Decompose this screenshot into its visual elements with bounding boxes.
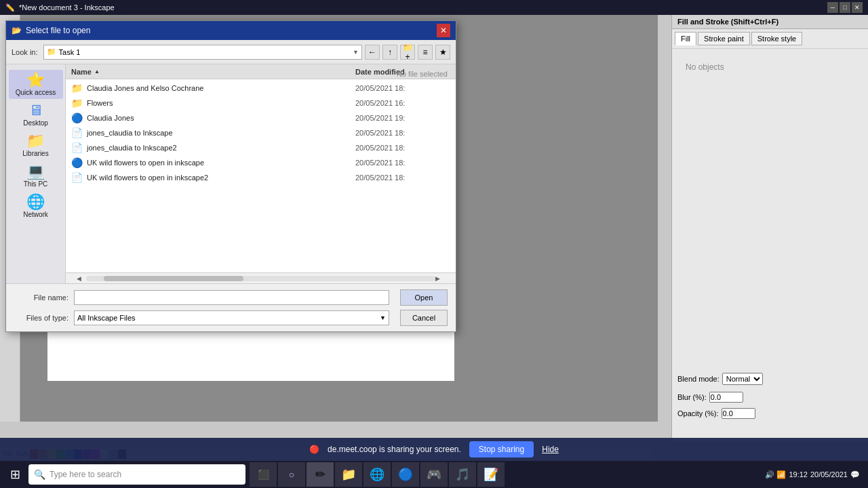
stop-sharing-button[interactable]: Stop sharing xyxy=(469,441,534,458)
system-tray-icons: 🔊 📶 xyxy=(765,470,786,479)
open-button[interactable]: Open xyxy=(400,289,448,306)
file-name-3: jones_claudia to Inkscape xyxy=(87,129,351,137)
taskbar-app6[interactable]: 🎵 xyxy=(449,462,476,487)
sidebar-label-network: Network xyxy=(23,211,48,218)
taskbar-edge[interactable]: 🔵 xyxy=(392,462,419,487)
file-item-0[interactable]: 📁 Claudia Jones and Kelso Cochrane 20/05… xyxy=(66,81,456,96)
filename-row: File name: Open xyxy=(14,289,448,306)
sidebar-item-quick-access[interactable]: ⭐ Quick access xyxy=(9,70,63,99)
dialog-icon: 📂 xyxy=(12,26,22,35)
file-name-2: Claudia Jones xyxy=(87,114,351,122)
cancel-btn-group: Cancel xyxy=(400,310,448,326)
nav-up-button[interactable]: ↑ xyxy=(382,45,397,60)
screen-share-message: de.meet.coop is sharing your screen. xyxy=(328,445,461,454)
clock-date: 20/05/2021 xyxy=(810,470,848,479)
tab-stroke-style[interactable]: Stroke style xyxy=(751,32,802,45)
bookmark-button[interactable]: ★ xyxy=(435,45,450,60)
notification-icon[interactable]: 💬 xyxy=(850,470,860,479)
files-of-type-label: Files of type: xyxy=(14,314,68,322)
file-date-6: 20/05/2021 18: xyxy=(355,174,450,182)
taskbar-word[interactable]: 📝 xyxy=(477,462,505,487)
file-item-3[interactable]: 📄 jones_claudia to Inkscape 20/05/2021 1… xyxy=(66,125,456,140)
search-icon: 🔍 xyxy=(34,469,45,480)
file-item-4[interactable]: 📄 jones_claudia to Inkscape2 20/05/2021 … xyxy=(66,140,456,155)
blur-input[interactable] xyxy=(709,392,743,403)
dialog-toolbar: Look in: 📁 Task 1 ▼ ← ↑ 📁+ ≡ ★ xyxy=(6,40,456,64)
files-of-type-combo[interactable]: All Inkscape Files ▼ xyxy=(74,310,389,325)
taskbar-app5[interactable]: 🎮 xyxy=(420,462,448,487)
folder-icon: 📁 xyxy=(47,47,56,56)
taskview-button[interactable]: ⬛ xyxy=(250,462,277,487)
taskbar-inkscape[interactable]: ✏ xyxy=(307,462,334,487)
fill-stroke-header: Fill and Stroke (Shift+Ctrl+F) xyxy=(672,15,868,29)
horizontal-scrollbar[interactable]: ◀ ▶ xyxy=(66,272,456,283)
taskbar-chrome[interactable]: 🌐 xyxy=(363,462,391,487)
blur-row: Blur (%): xyxy=(672,389,868,405)
title-bar-left: ✏️ *New document 3 - Inkscape xyxy=(5,3,115,12)
cortana-button[interactable]: ○ xyxy=(278,462,305,487)
file-list-area: No file selected Name ▲ Date modified 📁 xyxy=(66,64,456,283)
file-icon-4: 📄 xyxy=(71,142,83,153)
start-button[interactable]: ⊞ xyxy=(3,462,27,487)
title-bar-controls[interactable]: ─ □ ✕ xyxy=(827,2,863,13)
file-item-6[interactable]: 📄 UK wild flowers to open in inkscape2 2… xyxy=(66,170,456,185)
file-item-5[interactable]: 🔵 UK wild flowers to open in inkscape 20… xyxy=(66,155,456,170)
scroll-thumb[interactable] xyxy=(104,276,243,281)
blend-mode-label: Blend mode: xyxy=(677,375,719,383)
col-name-label: Name xyxy=(71,68,92,76)
app-icon: ✏️ xyxy=(5,3,15,12)
create-folder-button[interactable]: 📁+ xyxy=(400,45,415,60)
file-date-1: 20/05/2021 16: xyxy=(355,99,450,107)
filetype-row: Files of type: All Inkscape Files ▼ Canc… xyxy=(14,310,448,326)
hide-button[interactable]: Hide xyxy=(542,445,559,454)
sidebar-label-quick-access: Quick access xyxy=(16,89,56,96)
file-name-input[interactable] xyxy=(74,290,389,305)
nav-back-button[interactable]: ← xyxy=(365,45,380,60)
file-icon-1: 📁 xyxy=(71,98,83,108)
file-item-1[interactable]: 📁 Flowers 20/05/2021 16: xyxy=(66,96,456,110)
sidebar-item-this-pc[interactable]: 💻 This PC xyxy=(9,161,63,190)
opacity-input[interactable] xyxy=(722,408,755,419)
combo-arrow-icon: ▼ xyxy=(380,314,386,321)
file-name-4: jones_claudia to Inkscape2 xyxy=(87,144,351,152)
tab-stroke-paint[interactable]: Stroke paint xyxy=(698,32,750,45)
file-name-6: UK wild flowers to open in inkscape2 xyxy=(87,174,351,182)
tab-fill[interactable]: Fill xyxy=(675,32,696,45)
blur-label: Blur (%): xyxy=(677,393,707,401)
window-title: *New document 3 - Inkscape xyxy=(19,3,115,12)
close-button[interactable]: ✕ xyxy=(852,2,863,13)
opacity-label: Opacity (%): xyxy=(677,409,719,418)
look-in-combo[interactable]: 📁 Task 1 ▼ xyxy=(43,45,362,60)
taskbar-right: 🔊 📶 19:12 20/05/2021 💬 xyxy=(765,470,865,479)
blend-mode-select[interactable]: Normal xyxy=(722,373,763,385)
dialog-footer: File name: Open Files of type: All Inksc… xyxy=(6,283,456,331)
scroll-right-arrow[interactable]: ▶ xyxy=(435,275,445,282)
view-toggle-button[interactable]: ≡ xyxy=(418,45,433,60)
title-bar: ✏️ *New document 3 - Inkscape ─ □ ✕ xyxy=(0,0,868,15)
scroll-track xyxy=(86,276,435,281)
scroll-left-arrow[interactable]: ◀ xyxy=(77,275,86,282)
sidebar-label-desktop: Desktop xyxy=(23,119,48,127)
dialog-close-button[interactable]: ✕ xyxy=(437,24,450,37)
file-name-1: Flowers xyxy=(87,99,351,107)
files-of-type-value: All Inkscape Files xyxy=(77,314,136,322)
sidebar-item-libraries[interactable]: 📁 Libraries xyxy=(9,131,63,160)
minimize-button[interactable]: ─ xyxy=(827,2,838,13)
no-file-selected-label: No file selected xyxy=(397,70,448,78)
taskbar-explorer[interactable]: 📁 xyxy=(335,462,362,487)
sidebar-item-network[interactable]: 🌐 Network xyxy=(9,192,63,221)
file-icon-6: 📄 xyxy=(71,172,83,183)
sidebar-item-desktop[interactable]: 🖥 Desktop xyxy=(9,100,63,129)
dialog-body: ⭐ Quick access 🖥 Desktop 📁 Libraries 💻 T… xyxy=(6,64,456,283)
libraries-icon: 📁 xyxy=(26,134,45,148)
cancel-button[interactable]: Cancel xyxy=(400,310,448,326)
file-date-3: 20/05/2021 18: xyxy=(355,129,450,137)
file-name-5: UK wild flowers to open in inkscape xyxy=(87,159,351,167)
file-date-2: 20/05/2021 19: xyxy=(355,114,450,122)
file-item-2[interactable]: 🔵 Claudia Jones 20/05/2021 19: xyxy=(66,110,456,125)
taskbar: ⊞ 🔍 Type here to search ⬛ ○ ✏ 📁 🌐 🔵 🎮 🎵 … xyxy=(0,461,868,488)
file-list[interactable]: 📁 Claudia Jones and Kelso Cochrane 20/05… xyxy=(66,79,456,272)
maximize-button[interactable]: □ xyxy=(840,2,850,13)
sort-icon: ▲ xyxy=(94,68,100,75)
search-bar[interactable]: 🔍 Type here to search xyxy=(28,464,245,485)
